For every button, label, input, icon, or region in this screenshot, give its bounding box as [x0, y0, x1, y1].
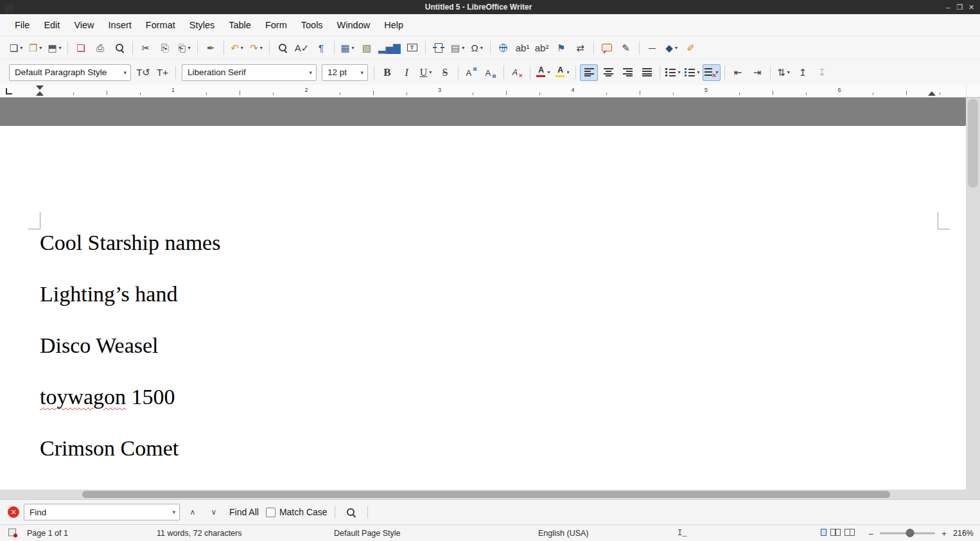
word-count-status[interactable]: 11 words, 72 characters	[157, 529, 241, 538]
find-search-combobox[interactable]: Find ▾	[24, 504, 180, 520]
single-page-view-button[interactable]	[821, 529, 827, 538]
align-justify-button[interactable]	[638, 64, 656, 81]
dropdown-arrow-icon[interactable]: ▾	[352, 45, 354, 51]
basic-shapes-button[interactable]: ◆▾	[663, 39, 681, 56]
menu-table[interactable]: Table	[222, 17, 258, 33]
insert-hyperlink-button[interactable]	[494, 39, 512, 56]
font-size-combobox[interactable]: 12 pt▾	[322, 64, 368, 81]
no-list-button[interactable]: ▾	[703, 64, 721, 81]
page-text[interactable]: Cool Starship namesLighting’s handDisco …	[40, 229, 947, 486]
vertical-scrollbar-thumb[interactable]	[968, 99, 978, 188]
insert-image-button[interactable]: ▧	[358, 39, 376, 56]
insert-field-button[interactable]: ▤▾	[449, 39, 467, 56]
close-find-bar-button[interactable]: ✕	[8, 506, 19, 518]
paste-button[interactable]: ⎗▾	[175, 39, 193, 56]
menu-edit[interactable]: Edit	[37, 17, 67, 33]
language-status[interactable]: English (USA)	[538, 529, 589, 538]
dropdown-arrow-icon[interactable]: ▾	[241, 45, 243, 51]
formatting-marks-button[interactable]: ¶	[312, 39, 330, 56]
dropdown-arrow-icon[interactable]: ▾	[547, 69, 550, 75]
book-view-button[interactable]	[844, 529, 855, 538]
selection-mode-status[interactable]: I_	[678, 529, 687, 538]
find-all-button[interactable]: Find All	[227, 506, 261, 519]
ruler[interactable]: 123456	[0, 85, 966, 98]
new-style-button[interactable]: T+	[153, 64, 171, 81]
insert-chart-button[interactable]: ▂▅▇	[377, 39, 402, 56]
dropdown-arrow-icon[interactable]: ▾	[260, 45, 263, 51]
paragraph[interactable]: toywagon 1500	[40, 383, 947, 411]
clear-formatting-button[interactable]	[508, 64, 526, 81]
italic-button[interactable]: I	[398, 64, 416, 81]
menu-styles[interactable]: Styles	[182, 17, 222, 33]
undo-button[interactable]: ↶▾	[228, 39, 246, 56]
export-pdf-button[interactable]: ❏	[72, 39, 90, 56]
tab-stop-selector-icon[interactable]	[6, 88, 12, 94]
highlight-color-button[interactable]: ▾	[554, 64, 572, 81]
align-center-button[interactable]	[599, 64, 617, 81]
find-and-replace-dialog-button[interactable]	[342, 504, 360, 520]
first-line-indent-marker[interactable]	[36, 85, 44, 90]
print-preview-button[interactable]	[110, 39, 128, 56]
match-case-option[interactable]: Match Case	[266, 507, 328, 517]
line-spacing-button[interactable]: ⇅▾	[774, 64, 792, 81]
menu-help[interactable]: Help	[377, 17, 410, 33]
superscript-button[interactable]	[462, 64, 480, 81]
chevron-down-icon[interactable]: ▾	[170, 509, 178, 515]
dropdown-arrow-icon[interactable]: ▾	[697, 69, 699, 75]
insert-page-break-button[interactable]	[430, 39, 448, 56]
dropdown-arrow-icon[interactable]: ▾	[675, 45, 678, 51]
close-button[interactable]: ✕	[967, 3, 976, 12]
menu-tools[interactable]: Tools	[294, 17, 330, 33]
insert-bookmark-button[interactable]: ⚑	[552, 39, 570, 56]
copy-button[interactable]: ⎘	[156, 39, 174, 56]
page[interactable]: Cool Starship namesLighting’s handDisco …	[0, 126, 966, 490]
chevron-down-icon[interactable]: ▾	[358, 69, 366, 76]
match-case-checkbox[interactable]	[266, 508, 276, 517]
minimize-button[interactable]: –	[943, 3, 953, 12]
save-button[interactable]: ⬒▾	[46, 39, 64, 56]
restore-button[interactable]: ❐	[955, 3, 965, 12]
right-indent-marker[interactable]	[928, 91, 936, 96]
clone-formatting-button[interactable]: ✒	[202, 39, 220, 56]
insert-special-character-button[interactable]: Ω▾	[468, 39, 486, 56]
ordered-list-button[interactable]: ▾	[683, 64, 701, 81]
insert-comment-button[interactable]	[598, 39, 616, 56]
update-style-button[interactable]: T↺	[134, 64, 152, 81]
insert-endnote-button[interactable]: ab²	[533, 39, 551, 56]
align-left-button[interactable]	[580, 64, 598, 81]
paragraph[interactable]: Lighting’s hand	[40, 280, 947, 308]
spelling-button[interactable]: A✓	[293, 39, 311, 56]
dropdown-arrow-icon[interactable]: ▾	[462, 45, 464, 51]
zoom-slider[interactable]	[880, 532, 935, 534]
dropdown-arrow-icon[interactable]: ▾	[20, 45, 22, 51]
menu-format[interactable]: Format	[139, 17, 182, 33]
dropdown-arrow-icon[interactable]: ▾	[480, 45, 483, 51]
left-indent-marker[interactable]	[36, 91, 44, 96]
insert-line-button[interactable]: ─	[643, 39, 661, 56]
horizontal-scrollbar[interactable]	[0, 490, 966, 499]
find-next-button[interactable]: ∨	[206, 504, 222, 520]
zoom-slider-handle[interactable]	[906, 529, 914, 537]
chevron-down-icon[interactable]: ▾	[121, 69, 129, 76]
font-name-combobox[interactable]: Liberation Serif▾	[182, 64, 317, 81]
vertical-scrollbar[interactable]	[966, 98, 980, 490]
insert-text-box-button[interactable]	[403, 39, 421, 56]
multi-page-view-button[interactable]	[830, 529, 841, 538]
dropdown-arrow-icon[interactable]: ▾	[787, 69, 790, 75]
menu-window[interactable]: Window	[330, 17, 378, 33]
decrease-indent-button[interactable]: ⇤	[729, 64, 747, 81]
new-document-button[interactable]: ❏▾	[7, 39, 25, 56]
increase-paragraph-spacing-button[interactable]: ↥	[794, 64, 812, 81]
dropdown-arrow-icon[interactable]: ▾	[678, 69, 680, 75]
unordered-list-button[interactable]: ▾	[664, 64, 682, 81]
dropdown-arrow-icon[interactable]: ▾	[59, 45, 62, 51]
insert-footnote-button[interactable]: ab¹	[514, 39, 532, 56]
find-and-replace-button[interactable]	[274, 39, 292, 56]
unsaved-changes-button[interactable]	[8, 528, 16, 538]
show-draw-functions-button[interactable]: ✐	[682, 39, 700, 56]
chevron-down-icon[interactable]: ▾	[306, 69, 315, 76]
document-area[interactable]: Cool Starship namesLighting’s handDisco …	[0, 98, 966, 490]
insert-table-button[interactable]: ▦▾	[338, 39, 356, 56]
find-previous-button[interactable]: ∧	[184, 504, 201, 520]
zoom-in-button[interactable]: +	[940, 528, 948, 538]
